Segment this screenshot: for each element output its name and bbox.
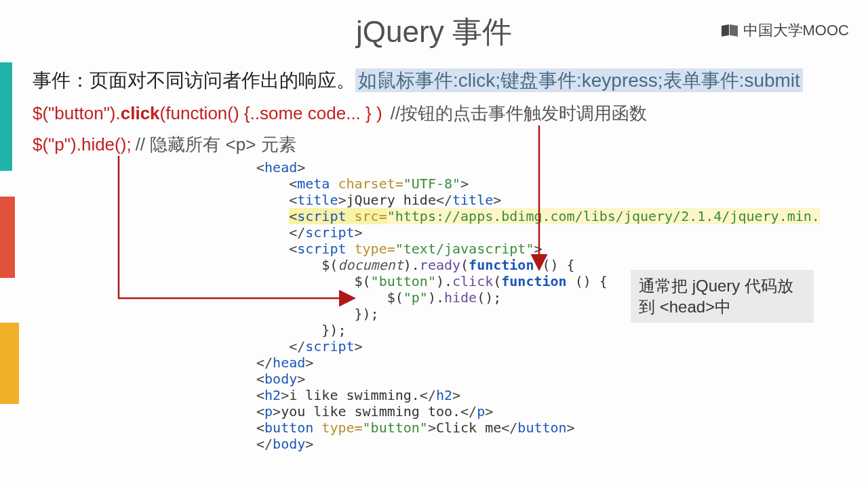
definition-examples: 如鼠标事件:click;键盘事件:keypress;表单事件:submit	[355, 68, 803, 92]
decor-stripe-yellow	[0, 323, 19, 404]
side-note: 通常把 jQuery 代码放到 <head>中	[631, 270, 814, 323]
book-icon	[720, 23, 739, 38]
definition-line: 事件：页面对不同访问者作出的响应。如鼠标事件:click;键盘事件:keypre…	[33, 68, 803, 94]
definition-text: 事件：页面对不同访问者作出的响应。	[33, 70, 355, 91]
click-example-line: $("button").click(function() {..some cod…	[33, 102, 647, 125]
decor-stripe-teal	[0, 62, 12, 171]
decor-stripe-red	[0, 197, 15, 278]
hide-comment: // 隐藏所有 <p> 元素	[136, 134, 296, 155]
logo: 中国大学MOOC	[720, 20, 849, 41]
click-comment: //按钮的点击事件触发时调用函数	[391, 103, 647, 123]
logo-text: 中国大学MOOC	[743, 20, 849, 41]
hide-example-line: $("p").hide();// 隐藏所有 <p> 元素	[33, 133, 296, 157]
